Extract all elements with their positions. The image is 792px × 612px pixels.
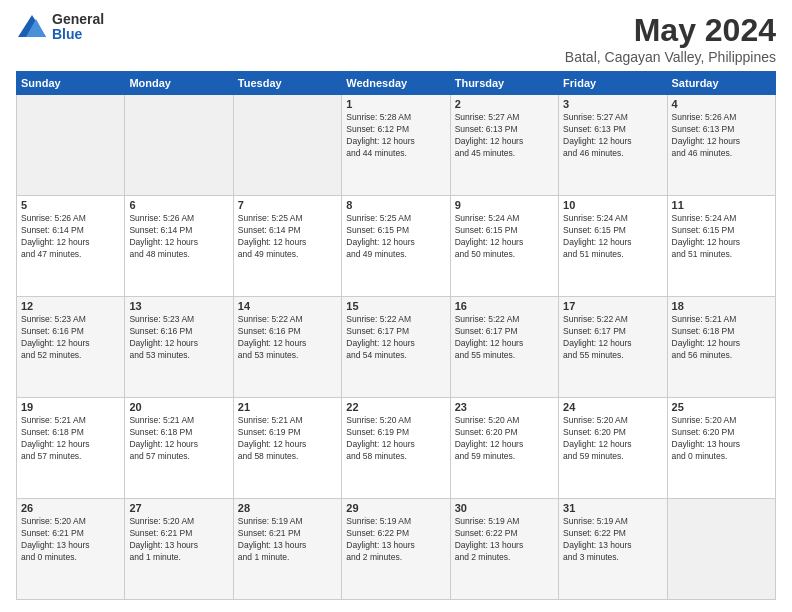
cell-info-text: Sunrise: 5:20 AM Sunset: 6:21 PM Dayligh… (129, 516, 228, 564)
table-row (233, 95, 341, 196)
calendar-week-2: 12Sunrise: 5:23 AM Sunset: 6:16 PM Dayli… (17, 297, 776, 398)
header-thursday: Thursday (450, 72, 558, 95)
subtitle: Batal, Cagayan Valley, Philippines (565, 49, 776, 65)
header-saturday: Saturday (667, 72, 775, 95)
table-row: 23Sunrise: 5:20 AM Sunset: 6:20 PM Dayli… (450, 398, 558, 499)
table-row: 29Sunrise: 5:19 AM Sunset: 6:22 PM Dayli… (342, 499, 450, 600)
cell-day-number: 23 (455, 401, 554, 413)
table-row: 12Sunrise: 5:23 AM Sunset: 6:16 PM Dayli… (17, 297, 125, 398)
header-tuesday: Tuesday (233, 72, 341, 95)
table-row: 11Sunrise: 5:24 AM Sunset: 6:15 PM Dayli… (667, 196, 775, 297)
cell-day-number: 1 (346, 98, 445, 110)
cell-day-number: 22 (346, 401, 445, 413)
cell-info-text: Sunrise: 5:25 AM Sunset: 6:14 PM Dayligh… (238, 213, 337, 261)
table-row: 28Sunrise: 5:19 AM Sunset: 6:21 PM Dayli… (233, 499, 341, 600)
cell-day-number: 26 (21, 502, 120, 514)
cell-day-number: 18 (672, 300, 771, 312)
cell-info-text: Sunrise: 5:22 AM Sunset: 6:17 PM Dayligh… (455, 314, 554, 362)
table-row: 8Sunrise: 5:25 AM Sunset: 6:15 PM Daylig… (342, 196, 450, 297)
cell-info-text: Sunrise: 5:20 AM Sunset: 6:21 PM Dayligh… (21, 516, 120, 564)
header-friday: Friday (559, 72, 667, 95)
cell-day-number: 27 (129, 502, 228, 514)
table-row: 16Sunrise: 5:22 AM Sunset: 6:17 PM Dayli… (450, 297, 558, 398)
cell-day-number: 30 (455, 502, 554, 514)
cell-day-number: 12 (21, 300, 120, 312)
calendar-table: Sunday Monday Tuesday Wednesday Thursday… (16, 71, 776, 600)
logo-blue-label: Blue (52, 27, 104, 42)
header-monday: Monday (125, 72, 233, 95)
cell-info-text: Sunrise: 5:24 AM Sunset: 6:15 PM Dayligh… (672, 213, 771, 261)
calendar-week-4: 26Sunrise: 5:20 AM Sunset: 6:21 PM Dayli… (17, 499, 776, 600)
cell-day-number: 8 (346, 199, 445, 211)
cell-day-number: 31 (563, 502, 662, 514)
calendar-body: 1Sunrise: 5:28 AM Sunset: 6:12 PM Daylig… (17, 95, 776, 600)
title-block: May 2024 Batal, Cagayan Valley, Philippi… (565, 12, 776, 65)
table-row: 9Sunrise: 5:24 AM Sunset: 6:15 PM Daylig… (450, 196, 558, 297)
cell-info-text: Sunrise: 5:19 AM Sunset: 6:22 PM Dayligh… (346, 516, 445, 564)
cell-info-text: Sunrise: 5:21 AM Sunset: 6:18 PM Dayligh… (672, 314, 771, 362)
table-row (17, 95, 125, 196)
table-row: 27Sunrise: 5:20 AM Sunset: 6:21 PM Dayli… (125, 499, 233, 600)
cell-info-text: Sunrise: 5:20 AM Sunset: 6:20 PM Dayligh… (455, 415, 554, 463)
cell-day-number: 24 (563, 401, 662, 413)
page: General Blue May 2024 Batal, Cagayan Val… (0, 0, 792, 612)
cell-info-text: Sunrise: 5:24 AM Sunset: 6:15 PM Dayligh… (455, 213, 554, 261)
cell-day-number: 4 (672, 98, 771, 110)
cell-info-text: Sunrise: 5:20 AM Sunset: 6:19 PM Dayligh… (346, 415, 445, 463)
cell-info-text: Sunrise: 5:19 AM Sunset: 6:22 PM Dayligh… (563, 516, 662, 564)
header-sunday: Sunday (17, 72, 125, 95)
cell-day-number: 17 (563, 300, 662, 312)
cell-day-number: 6 (129, 199, 228, 211)
cell-day-number: 2 (455, 98, 554, 110)
cell-day-number: 20 (129, 401, 228, 413)
cell-day-number: 9 (455, 199, 554, 211)
table-row: 17Sunrise: 5:22 AM Sunset: 6:17 PM Dayli… (559, 297, 667, 398)
cell-day-number: 16 (455, 300, 554, 312)
cell-day-number: 14 (238, 300, 337, 312)
table-row: 20Sunrise: 5:21 AM Sunset: 6:18 PM Dayli… (125, 398, 233, 499)
header-wednesday: Wednesday (342, 72, 450, 95)
cell-info-text: Sunrise: 5:26 AM Sunset: 6:13 PM Dayligh… (672, 112, 771, 160)
cell-info-text: Sunrise: 5:20 AM Sunset: 6:20 PM Dayligh… (563, 415, 662, 463)
cell-info-text: Sunrise: 5:22 AM Sunset: 6:17 PM Dayligh… (346, 314, 445, 362)
cell-info-text: Sunrise: 5:21 AM Sunset: 6:18 PM Dayligh… (129, 415, 228, 463)
main-title: May 2024 (565, 12, 776, 49)
cell-info-text: Sunrise: 5:21 AM Sunset: 6:18 PM Dayligh… (21, 415, 120, 463)
cell-day-number: 11 (672, 199, 771, 211)
cell-info-text: Sunrise: 5:25 AM Sunset: 6:15 PM Dayligh… (346, 213, 445, 261)
table-row: 30Sunrise: 5:19 AM Sunset: 6:22 PM Dayli… (450, 499, 558, 600)
cell-day-number: 15 (346, 300, 445, 312)
calendar-week-0: 1Sunrise: 5:28 AM Sunset: 6:12 PM Daylig… (17, 95, 776, 196)
table-row: 21Sunrise: 5:21 AM Sunset: 6:19 PM Dayli… (233, 398, 341, 499)
cell-info-text: Sunrise: 5:20 AM Sunset: 6:20 PM Dayligh… (672, 415, 771, 463)
cell-day-number: 13 (129, 300, 228, 312)
logo-icon (16, 13, 48, 41)
table-row: 14Sunrise: 5:22 AM Sunset: 6:16 PM Dayli… (233, 297, 341, 398)
table-row: 3Sunrise: 5:27 AM Sunset: 6:13 PM Daylig… (559, 95, 667, 196)
table-row: 2Sunrise: 5:27 AM Sunset: 6:13 PM Daylig… (450, 95, 558, 196)
table-row: 19Sunrise: 5:21 AM Sunset: 6:18 PM Dayli… (17, 398, 125, 499)
table-row: 13Sunrise: 5:23 AM Sunset: 6:16 PM Dayli… (125, 297, 233, 398)
cell-info-text: Sunrise: 5:23 AM Sunset: 6:16 PM Dayligh… (21, 314, 120, 362)
logo: General Blue (16, 12, 104, 43)
table-row: 26Sunrise: 5:20 AM Sunset: 6:21 PM Dayli… (17, 499, 125, 600)
table-row: 24Sunrise: 5:20 AM Sunset: 6:20 PM Dayli… (559, 398, 667, 499)
cell-info-text: Sunrise: 5:21 AM Sunset: 6:19 PM Dayligh… (238, 415, 337, 463)
calendar-week-1: 5Sunrise: 5:26 AM Sunset: 6:14 PM Daylig… (17, 196, 776, 297)
calendar-header: Sunday Monday Tuesday Wednesday Thursday… (17, 72, 776, 95)
cell-day-number: 10 (563, 199, 662, 211)
logo-general-label: General (52, 12, 104, 27)
cell-info-text: Sunrise: 5:24 AM Sunset: 6:15 PM Dayligh… (563, 213, 662, 261)
cell-day-number: 25 (672, 401, 771, 413)
table-row: 25Sunrise: 5:20 AM Sunset: 6:20 PM Dayli… (667, 398, 775, 499)
cell-info-text: Sunrise: 5:27 AM Sunset: 6:13 PM Dayligh… (563, 112, 662, 160)
cell-info-text: Sunrise: 5:26 AM Sunset: 6:14 PM Dayligh… (129, 213, 228, 261)
calendar-week-3: 19Sunrise: 5:21 AM Sunset: 6:18 PM Dayli… (17, 398, 776, 499)
table-row: 7Sunrise: 5:25 AM Sunset: 6:14 PM Daylig… (233, 196, 341, 297)
table-row: 18Sunrise: 5:21 AM Sunset: 6:18 PM Dayli… (667, 297, 775, 398)
cell-day-number: 7 (238, 199, 337, 211)
cell-day-number: 5 (21, 199, 120, 211)
cell-info-text: Sunrise: 5:22 AM Sunset: 6:17 PM Dayligh… (563, 314, 662, 362)
header-row: Sunday Monday Tuesday Wednesday Thursday… (17, 72, 776, 95)
table-row: 22Sunrise: 5:20 AM Sunset: 6:19 PM Dayli… (342, 398, 450, 499)
